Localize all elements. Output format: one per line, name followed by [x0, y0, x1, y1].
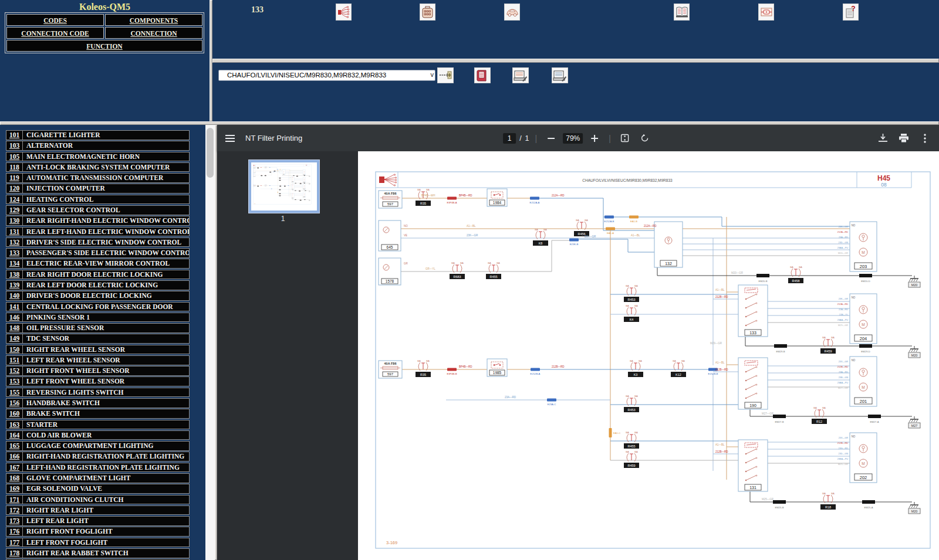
list-item[interactable]: 139REAR LEFT DOOR ELECTRIC LOCKING [6, 280, 190, 290]
list-item[interactable]: 105MAIN ELECTROMAGNETIC HORN [6, 152, 190, 162]
list-item[interactable]: 152RIGHT FRONT WHEEL SENSOR [6, 366, 190, 376]
book-icon[interactable] [674, 4, 690, 21]
print-list-icon[interactable] [512, 67, 529, 83]
list-item[interactable]: 148OIL PRESSURE SENSOR [6, 323, 190, 333]
component-number-link[interactable]: 166 [6, 452, 23, 461]
list-item[interactable]: 131REAR LEFT-HAND ELECTRIC WINDOW CONTRO… [6, 227, 190, 237]
list-item[interactable]: 118ANTI-LOCK BRAKING SYSTEM COMPUTER [6, 162, 190, 172]
list-item[interactable]: 146PINKING SENSOR 1 [6, 313, 190, 323]
component-number-link[interactable]: 103 [6, 141, 23, 150]
component-number-link[interactable]: 131 [6, 228, 23, 236]
component-number-link[interactable]: 156 [6, 399, 23, 408]
component-number-link[interactable]: 171 [6, 495, 23, 504]
more-options-icon[interactable] [917, 130, 933, 147]
list-item[interactable]: 124HEATING CONTROL [6, 195, 190, 205]
component-number-link[interactable]: 178 [6, 549, 23, 558]
nav-codes[interactable]: CODES [43, 17, 67, 24]
component-number-link[interactable]: 163 [6, 420, 23, 429]
list-item[interactable]: 171AIR CONDITIONING CLUTCH [6, 495, 190, 505]
component-number-link[interactable]: 150 [6, 345, 23, 354]
zoom-out-icon[interactable] [543, 130, 559, 147]
list-item[interactable]: 168GLOVE COMPARTMENT LIGHT [6, 473, 190, 483]
rotate-icon[interactable] [637, 130, 653, 147]
component-number-link[interactable]: 118 [6, 163, 23, 172]
help-icon[interactable]: ? [843, 4, 859, 21]
list-item[interactable]: 133PASSENGER'S SIDE ELECTRIC WINDOW CONT… [6, 248, 190, 258]
component-number-link[interactable]: 160 [6, 409, 23, 418]
list-item[interactable]: 150RIGHT REAR WHEEL SENSOR [6, 345, 190, 355]
nav-connection-code[interactable]: CONNECTION CODE [21, 30, 89, 37]
schematic-selector[interactable]: CHAUFO/LVILVI/NISEUC/M9R830,M9R832,M9R83… [218, 70, 435, 81]
print-icon[interactable] [896, 130, 912, 147]
list-item[interactable]: 132DRIVER'S SIDE ELECTRIC WINDOW CONTROL [6, 237, 190, 247]
fit-page-icon[interactable] [617, 130, 633, 147]
component-number-link[interactable]: 148 [6, 324, 23, 332]
list-item[interactable]: 149TDC SENSOR [6, 334, 190, 344]
component-number-link[interactable]: 120 [6, 184, 23, 193]
component-number-link[interactable]: 169 [6, 484, 23, 493]
component-number-link[interactable]: 119 [6, 174, 23, 182]
list-scrollbar[interactable] [205, 125, 215, 560]
list-item[interactable]: 151LEFT REAR WHEEL SENSOR [6, 355, 190, 365]
menu-icon[interactable] [222, 130, 238, 147]
component-number-link[interactable]: 134 [6, 259, 23, 268]
list-item[interactable]: 129GEAR SELECTOR CONTROL [6, 205, 190, 215]
list-item[interactable]: 120INJECTION COMPUTER [6, 184, 190, 194]
nav-cell[interactable]: CODES [6, 14, 104, 26]
component-number-link[interactable]: 105 [6, 152, 23, 161]
car-icon[interactable] [504, 4, 520, 21]
print-list-icon-2[interactable] [552, 67, 568, 83]
component-number-link[interactable]: 139 [6, 281, 23, 290]
nav-cell[interactable]: FUNCTION [6, 40, 202, 52]
component-number-link[interactable]: 151 [6, 356, 23, 365]
insert-plus-icon[interactable] [437, 67, 454, 83]
list-item[interactable]: 176RIGHT FRONT FOGLIGHT [6, 527, 190, 537]
component-number-link[interactable]: 155 [6, 388, 23, 397]
harness-icon[interactable] [336, 4, 352, 21]
download-icon[interactable] [874, 130, 891, 147]
list-item[interactable]: 164COLD AIR BLOWER [6, 430, 190, 440]
list-item[interactable]: 172RIGHT REAR LIGHT [6, 505, 190, 515]
nav-connection[interactable]: CONNECTION [130, 30, 177, 37]
list-item[interactable]: 173LEFT REAR LIGHT [6, 516, 190, 526]
component-number-link[interactable]: 165 [6, 442, 23, 450]
list-item[interactable]: 101CIGARETTE LIGHTER [6, 130, 190, 140]
connector-icon[interactable] [420, 4, 435, 21]
component-number-link[interactable]: 176 [6, 527, 23, 536]
component-number-link[interactable]: 124 [6, 195, 23, 204]
frame-divider-inner[interactable] [212, 59, 939, 63]
page-thumbnail[interactable]: CHAUFO/LVILVI/NISEUC/M9R830,M9R832,M9R83… [249, 160, 319, 213]
nav-cell[interactable]: CONNECTION [105, 27, 202, 39]
list-item[interactable]: 160BRAKE SWITCH [6, 409, 190, 419]
nav-components[interactable]: COMPONENTS [130, 17, 178, 24]
component-number-link[interactable]: 172 [6, 506, 23, 515]
component-number-link[interactable]: 153 [6, 377, 23, 386]
component-number-link[interactable]: 141 [6, 303, 23, 311]
list-item[interactable]: 156HANDBRAKE SWITCH [6, 398, 190, 408]
list-item[interactable]: 103ALTERNATOR [6, 141, 190, 151]
list-item[interactable]: 140DRIVER'S DOOR ELECTRIC LOCKING [6, 291, 190, 301]
component-number-link[interactable]: 173 [6, 517, 23, 525]
nav-function[interactable]: FUNCTION [86, 43, 122, 50]
component-number-link[interactable]: 146 [6, 313, 23, 322]
list-item[interactable]: 177LEFT FRONT FOGLIGHT [6, 538, 190, 548]
zoom-level[interactable]: 79% [563, 133, 583, 144]
component-number-link[interactable]: 167 [6, 463, 23, 472]
list-item[interactable]: 165LUGGAGE COMPARTMENT LIGHTING [6, 441, 190, 451]
component-number-link[interactable]: 168 [6, 474, 23, 483]
list-item[interactable]: 155REVERSING LIGHTS SWITCH [6, 388, 190, 398]
manual-book-icon[interactable] [474, 67, 491, 83]
list-item[interactable]: 163STARTER [6, 420, 190, 430]
list-item[interactable]: 134ELECTRIC REAR-VIEW MIRROR CONTROL [6, 259, 190, 269]
list-item[interactable]: 166RIGHT-HAND REGISTRATION PLATE LIGHTIN… [6, 452, 190, 461]
component-number-link[interactable]: 177 [6, 538, 23, 547]
component-number-link[interactable]: 132 [6, 238, 23, 247]
nav-cell[interactable]: COMPONENTS [105, 14, 202, 26]
component-number-link[interactable]: 133 [6, 249, 23, 257]
list-item[interactable]: 167LEFT-HAND REGISTRATION PLATE LIGHTING [6, 463, 190, 473]
component-number-link[interactable]: 101 [6, 131, 23, 140]
page-number-input[interactable]: 1 [503, 133, 516, 144]
component-number-link[interactable]: 138 [6, 270, 23, 279]
list-item[interactable]: 178RIGHT REAR RABBET SWITCH [6, 548, 190, 558]
list-item[interactable]: 130REAR RIGHT-HAND ELECTRIC WINDOW CONTR… [6, 216, 190, 226]
